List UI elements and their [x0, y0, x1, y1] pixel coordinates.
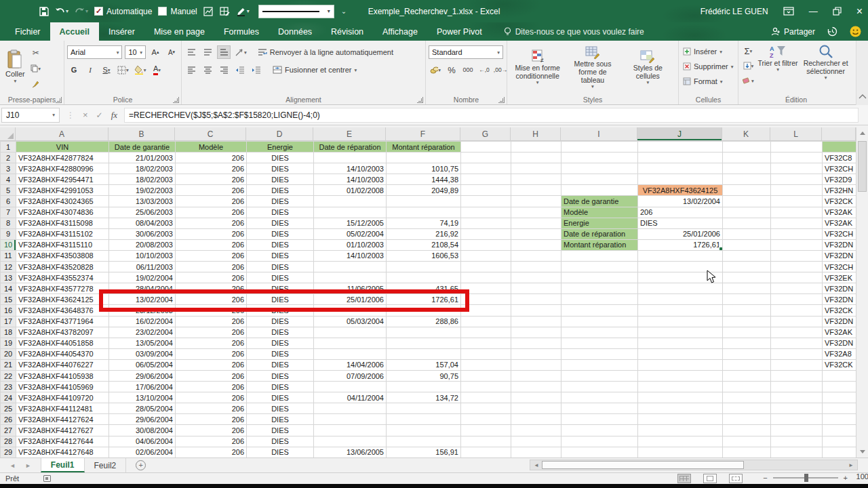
cell-B-11[interactable]: 10/10/2003 [109, 250, 176, 261]
cell-side-16[interactable]: VF32CK [823, 305, 856, 316]
font-dialog-launcher[interactable] [173, 97, 179, 103]
cell-B-9[interactable]: 30/06/2003 [109, 228, 176, 239]
cell-E-24[interactable]: 04/11/2004 [314, 392, 387, 403]
cell-C-12[interactable]: 206 [176, 262, 247, 272]
cell-L-9[interactable] [771, 228, 823, 239]
cell-C-19[interactable]: 206 [176, 338, 247, 348]
decrease-decimal-button[interactable]: ,00→ [494, 63, 507, 77]
cell-K-9[interactable] [723, 228, 771, 239]
row-header-21[interactable]: 21 [1, 359, 16, 370]
cell-H-7[interactable] [511, 207, 561, 218]
scroll-right-icon[interactable]: ► [848, 462, 854, 468]
cell-side-7[interactable]: VF32AK [823, 207, 856, 218]
cell-H-16[interactable] [511, 305, 561, 316]
cell-A-11[interactable]: VF32A8HXF43503808 [16, 250, 109, 261]
cell-E-25[interactable] [314, 403, 387, 414]
cell-C-14[interactable]: 206 [176, 283, 247, 294]
cell-I-23[interactable] [561, 382, 638, 392]
cell-B-17[interactable]: 16/02/2004 [109, 316, 176, 327]
cell-L-1[interactable] [771, 142, 823, 152]
cell-C-15[interactable]: 206 [176, 294, 247, 305]
cell-F-18[interactable] [387, 327, 461, 338]
cell-J-27[interactable] [638, 425, 723, 436]
cell-F-1[interactable]: Montant réparation [387, 142, 461, 152]
cell-A-28[interactable]: VF32A8HXF44127644 [16, 436, 109, 447]
row-header-13[interactable]: 13 [1, 272, 16, 283]
cell-I-25[interactable] [561, 403, 638, 414]
cell-F-9[interactable]: 216,92 [387, 228, 461, 239]
cell-F-16[interactable] [387, 305, 461, 316]
cell-E-22[interactable]: 07/09/2006 [314, 370, 387, 381]
cell-K-2[interactable] [723, 152, 771, 163]
cell-D-2[interactable]: DIES [247, 152, 314, 163]
cell-E-15[interactable]: 25/01/2006 [314, 294, 387, 305]
cell-L-21[interactable] [771, 359, 823, 370]
clipboard-dialog-launcher[interactable] [56, 97, 62, 103]
cell-E-3[interactable]: 14/10/2003 [314, 163, 387, 174]
zoom-slider-thumb[interactable] [804, 474, 808, 482]
cell-K-18[interactable] [723, 327, 771, 338]
cell-C-18[interactable]: 206 [176, 327, 247, 338]
cell-F-21[interactable]: 157,04 [387, 359, 461, 370]
cell-F-12[interactable] [387, 262, 461, 272]
cell-side-25[interactable] [823, 403, 856, 414]
cell-A-13[interactable]: VF32A8HXF43552374 [16, 272, 109, 283]
cell-K-13[interactable] [723, 272, 771, 283]
italic-button[interactable]: I [83, 63, 97, 77]
cell-D-8[interactable]: DIES [247, 218, 314, 228]
bold-button[interactable]: G [67, 63, 81, 77]
row-header-25[interactable]: 25 [1, 403, 16, 414]
row-header-16[interactable]: 16 [1, 305, 16, 316]
cell-B-7[interactable]: 25/06/2003 [109, 207, 176, 218]
cell-G-5[interactable] [461, 185, 511, 196]
qat-overflow-button[interactable]: ⌄ [341, 7, 347, 15]
ribbon-display-options-icon[interactable] [783, 7, 794, 16]
cell-A-6[interactable]: VF32A8HXF43024365 [16, 196, 109, 207]
cell-C-1[interactable]: Modèle [176, 142, 247, 152]
zoom-slider[interactable]: 100 % [773, 477, 838, 479]
cell-G-13[interactable] [461, 272, 511, 283]
formula-input[interactable]: =RECHERCHEV($J$5;$A$2:$F$15820;LIGNE()-4… [124, 108, 859, 123]
cell-G-2[interactable] [461, 152, 511, 163]
cell-I-9[interactable]: Date de réparation [561, 228, 638, 239]
cell-I-2[interactable] [561, 152, 638, 163]
cell-E-16[interactable] [314, 305, 387, 316]
cell-L-12[interactable] [771, 262, 823, 272]
page-break-view-icon[interactable] [729, 474, 743, 483]
cell-B-20[interactable]: 03/09/2004 [109, 348, 176, 359]
cell-I-14[interactable] [561, 283, 638, 294]
cell-F-5[interactable]: 2049,89 [387, 185, 461, 196]
smiley-icon[interactable] [850, 26, 861, 37]
cell-E-14[interactable]: 11/06/2005 [314, 283, 387, 294]
cell-C-22[interactable]: 206 [176, 370, 247, 381]
cell-C-25[interactable]: 206 [176, 403, 247, 414]
cell-B-23[interactable]: 17/06/2004 [109, 382, 176, 392]
cell-F-24[interactable]: 134,72 [387, 392, 461, 403]
cell-H-25[interactable] [511, 403, 561, 414]
cell-L-8[interactable] [771, 218, 823, 228]
cell-F-25[interactable] [387, 403, 461, 414]
cell-A-7[interactable]: VF32A8HXF43074836 [16, 207, 109, 218]
tab-affichage[interactable]: Affichage [373, 22, 427, 41]
row-header-26[interactable]: 26 [1, 414, 16, 425]
cell-D-1[interactable]: Energie [247, 142, 314, 152]
cell-D-27[interactable]: DIES [247, 425, 314, 436]
cell-L-2[interactable] [771, 152, 823, 163]
cell-K-19[interactable] [723, 338, 771, 348]
cell-G-20[interactable] [461, 348, 511, 359]
cell-L-25[interactable] [771, 403, 823, 414]
row-header-23[interactable]: 23 [1, 382, 16, 392]
cell-D-29[interactable]: DIES [247, 447, 314, 458]
cell-C-16[interactable]: 206 [176, 305, 247, 316]
cell-side-12[interactable]: VF32CH [823, 262, 856, 272]
align-middle-icon[interactable] [201, 45, 214, 59]
restore-button[interactable] [833, 7, 842, 16]
cell-J-10[interactable]: 1726,61 [638, 239, 723, 250]
cell-C-8[interactable]: 206 [176, 218, 247, 228]
cell-K-5[interactable] [723, 185, 771, 196]
close-button[interactable]: × [856, 6, 863, 17]
cell-F-27[interactable] [387, 425, 461, 436]
format-as-table-button[interactable]: Mettre sous forme de tableau ▾ [565, 43, 620, 92]
cell-H-3[interactable] [511, 163, 561, 174]
cell-F-2[interactable] [387, 152, 461, 163]
